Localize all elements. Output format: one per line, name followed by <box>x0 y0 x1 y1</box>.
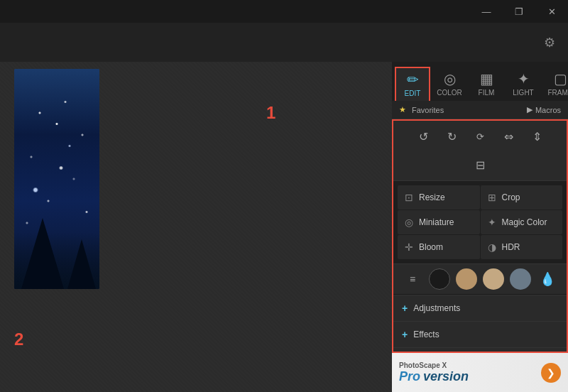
filter-none-button[interactable] <box>429 268 450 290</box>
adjustments-label: Adjustments <box>413 303 460 313</box>
miniature-icon: ◎ <box>405 217 413 228</box>
pro-version-label: version <box>423 369 469 384</box>
titlebar: — ❐ ✕ <box>0 0 568 23</box>
tree-silhouette <box>21 218 64 289</box>
edit-tabs: ✏ EDIT ◎ COLOR ▦ FILM ✦ LIGHT ▢ FRAME ⊹ … <box>392 62 568 101</box>
minimize-button[interactable]: — <box>470 0 503 23</box>
filter-row: ≡ 💧 <box>393 263 567 295</box>
tree-silhouette-2 <box>67 239 96 289</box>
filter-neutral-button[interactable] <box>483 268 504 290</box>
macros-button[interactable]: ▶ Macros <box>527 105 561 114</box>
tab-film[interactable]: ▦ FILM <box>469 67 504 101</box>
hdr-label: HDR <box>502 242 520 252</box>
resize-label: Resize <box>419 192 445 202</box>
adjustments-section[interactable]: + Adjustments <box>393 295 567 321</box>
rotate-180-button[interactable]: ⟳ <box>470 126 490 146</box>
filter-warm-button[interactable] <box>456 268 477 290</box>
bloom-label: Bloom <box>419 242 443 252</box>
filter-cool-button[interactable] <box>510 268 531 290</box>
filter-lines-button[interactable]: ≡ <box>402 268 423 290</box>
gear-icon: ⚙ <box>544 35 555 50</box>
tab-film-label: FILM <box>479 89 495 97</box>
hdr-icon: ◑ <box>488 241 496 253</box>
main-layout: 1 2 ✏ EDIT ◎ COLOR ▦ FILM ✦ <box>0 62 568 392</box>
edit-tab-icon: ✏ <box>407 72 419 87</box>
magic-color-tool[interactable]: ✦ Magic Color <box>481 210 563 234</box>
pro-arrow-icon: ❯ <box>547 367 555 379</box>
rotate-cw-button[interactable]: ↻ <box>442 126 462 146</box>
flip-horizontal-button[interactable]: ⇔ <box>498 126 518 146</box>
effects-label: Effects <box>413 330 439 339</box>
image-panel: 1 2 <box>0 62 392 392</box>
pro-arrow-button[interactable]: ❯ <box>541 363 561 383</box>
tools-grid: ⊡ Resize ⊞ Crop ◎ Miniature ✦ Magic Colo… <box>393 181 567 263</box>
adjustments-plus-icon: + <box>402 303 408 314</box>
number-label-1: 1 <box>266 103 275 123</box>
magic-color-label: Magic Color <box>502 217 547 227</box>
bloom-tool[interactable]: ✛ Bloom <box>398 235 480 259</box>
pro-banner[interactable]: PhotoScape X Pro version ❯ <box>392 353 568 392</box>
crop-tool[interactable]: ⊞ Crop <box>481 185 563 209</box>
tab-color-label: COLOR <box>437 89 462 97</box>
tab-frame[interactable]: ▢ FRAME <box>542 67 568 101</box>
tab-frame-label: FRAME <box>548 89 569 97</box>
pro-logo-top: PhotoScape X <box>399 361 469 369</box>
image-thumbnail <box>14 69 99 289</box>
light-tab-icon: ✦ <box>518 72 530 86</box>
play-icon: ▶ <box>527 105 532 114</box>
close-button[interactable]: ✕ <box>535 0 568 23</box>
pro-logo-bottom: Pro <box>399 370 420 383</box>
favorites-bar: ★ Favorites ▶ Macros <box>392 101 568 119</box>
tab-color[interactable]: ◎ COLOR <box>432 67 467 101</box>
miniature-tool[interactable]: ◎ Miniature <box>398 210 480 234</box>
number-label-2: 2 <box>14 330 23 349</box>
effects-plus-icon: + <box>402 329 408 340</box>
magic-color-icon: ✦ <box>488 217 496 228</box>
star-icon: ★ <box>399 105 406 114</box>
favorites-label[interactable]: Favorites <box>412 106 444 114</box>
top-toolbar: ⚙ <box>0 23 568 62</box>
crop-icon: ⊞ <box>488 192 496 203</box>
miniature-label: Miniature <box>419 217 454 227</box>
frame-tab-icon: ▢ <box>554 72 567 86</box>
bloom-icon: ✛ <box>405 241 413 253</box>
rotate-ccw-button[interactable]: ↺ <box>413 126 433 146</box>
mirror-vertical-button[interactable]: ⇕ <box>527 126 547 146</box>
tab-edit[interactable]: ✏ EDIT <box>395 67 430 101</box>
resize-tool[interactable]: ⊡ Resize <box>398 185 480 209</box>
filter-drop-button[interactable]: 💧 <box>537 268 558 290</box>
hdr-tool[interactable]: ◑ HDR <box>481 235 563 259</box>
tab-light-label: LIGHT <box>513 89 533 97</box>
transformations-section[interactable]: + Transformations <box>393 347 567 353</box>
right-panel: ✏ EDIT ◎ COLOR ▦ FILM ✦ LIGHT ▢ FRAME ⊹ … <box>392 62 568 392</box>
tab-light[interactable]: ✦ LIGHT <box>506 67 541 101</box>
tool-section: ↺ ↻ ⟳ ⇔ ⇕ ⊟ ⊡ Resize ⊞ Crop ◎ Min <box>392 119 568 353</box>
film-tab-icon: ▦ <box>480 72 493 86</box>
effects-section[interactable]: + Effects <box>393 321 567 347</box>
resize-icon: ⊡ <box>405 192 413 203</box>
settings-button[interactable]: ⚙ <box>537 30 562 55</box>
color-tab-icon: ◎ <box>444 72 456 86</box>
tab-edit-label: EDIT <box>405 89 421 97</box>
macros-label: Macros <box>535 106 561 114</box>
flip-diagonal-button[interactable]: ⊟ <box>470 155 490 175</box>
quick-tools-row: ↺ ↻ ⟳ ⇔ ⇕ ⊟ <box>393 121 567 181</box>
crop-label: Crop <box>502 192 520 202</box>
pro-logo: PhotoScape X Pro version <box>399 361 469 384</box>
maximize-button[interactable]: ❐ <box>503 0 535 23</box>
